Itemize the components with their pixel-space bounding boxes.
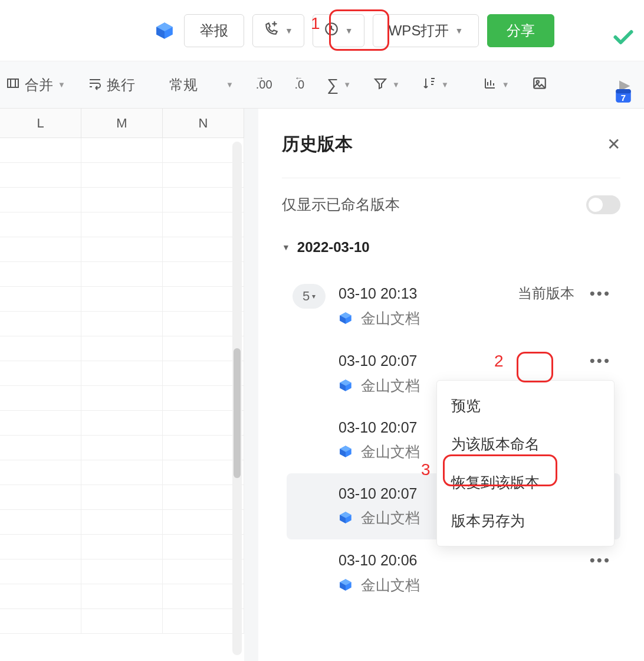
- sheet-cell[interactable]: [81, 386, 163, 410]
- image-button[interactable]: [526, 72, 553, 98]
- sheet-cell[interactable]: [81, 163, 163, 187]
- named-only-toggle[interactable]: [586, 195, 620, 214]
- sheet-cell[interactable]: [0, 584, 81, 608]
- context-menu-item[interactable]: 版本另存为: [437, 502, 614, 540]
- sheet-cell[interactable]: [81, 287, 163, 311]
- filter-icon: [373, 76, 387, 94]
- sheet-row[interactable]: [0, 287, 244, 312]
- rail-check-icon[interactable]: [612, 26, 635, 48]
- report-button[interactable]: 举报: [184, 14, 244, 47]
- merge-cells-button[interactable]: 合并 ▼: [0, 72, 71, 98]
- sheet-cell[interactable]: [0, 312, 81, 336]
- rail-calendar-icon[interactable]: 7: [612, 84, 635, 106]
- wrap-text-button[interactable]: 换行: [82, 72, 141, 98]
- sheet-cell[interactable]: [0, 386, 81, 410]
- sheet-cell[interactable]: [0, 188, 81, 212]
- version-context-menu: 预览为该版本命名恢复到该版本版本另存为: [436, 380, 615, 547]
- sheet-cell[interactable]: [0, 138, 81, 162]
- sheet-row[interactable]: [0, 163, 244, 188]
- sheet-cell[interactable]: [81, 436, 163, 460]
- sheet-row[interactable]: [0, 188, 244, 212]
- sheet-row[interactable]: [0, 262, 244, 287]
- phone-dropdown-button[interactable]: ▼: [252, 14, 304, 47]
- sheet-cell[interactable]: [0, 336, 81, 361]
- version-item[interactable]: 5▾03-10 20:13当前版本•••金山文档: [287, 272, 620, 340]
- increase-decimal-button[interactable]: .0 ←: [289, 74, 311, 95]
- column-header[interactable]: M: [81, 109, 163, 138]
- version-item[interactable]: 03-10 20:06•••金山文档: [287, 539, 620, 607]
- sort-dropdown-button[interactable]: ▼: [416, 73, 455, 97]
- sheet-row[interactable]: [0, 460, 244, 485]
- sheet-row[interactable]: [0, 361, 244, 386]
- version-more-button[interactable]: •••: [586, 284, 615, 303]
- sheet-cell[interactable]: [0, 460, 81, 485]
- version-more-button[interactable]: •••: [586, 352, 615, 370]
- sheet-row[interactable]: [0, 237, 244, 262]
- decrease-decimal-button[interactable]: .00 →: [250, 74, 278, 95]
- sheet-cell[interactable]: [0, 436, 81, 460]
- app-header: 举报 ▼ ▼ WPS打开 ▼ 分享: [0, 0, 644, 61]
- sheet-cell[interactable]: [81, 188, 163, 212]
- sheet-row[interactable]: [0, 436, 244, 460]
- sheet-cell[interactable]: [81, 361, 163, 385]
- scrollbar-track[interactable]: [232, 142, 242, 655]
- sheet-cell[interactable]: [0, 559, 81, 584]
- sheet-cell[interactable]: [81, 460, 163, 485]
- sheet-row[interactable]: [0, 559, 244, 584]
- sheet-row[interactable]: [0, 609, 244, 634]
- sheet-cell[interactable]: [0, 411, 81, 435]
- sheet-cell[interactable]: [81, 510, 163, 534]
- number-format-select[interactable]: 常规 ▼: [152, 72, 239, 98]
- sheet-cell[interactable]: [0, 361, 81, 385]
- sheet-row[interactable]: [0, 312, 244, 336]
- sheet-cell[interactable]: [0, 287, 81, 311]
- version-date-group[interactable]: ▼ 2022-03-10: [282, 239, 620, 256]
- sheet-row[interactable]: [0, 510, 244, 535]
- sheet-cell[interactable]: [81, 212, 163, 237]
- sheet-cell[interactable]: [0, 163, 81, 187]
- sheet-row[interactable]: [0, 584, 244, 609]
- sheet-cell[interactable]: [0, 212, 81, 237]
- sheet-cell[interactable]: [0, 262, 81, 286]
- share-button[interactable]: 分享: [487, 14, 554, 47]
- scrollbar-thumb[interactable]: [234, 348, 241, 478]
- sheet-row[interactable]: [0, 138, 244, 163]
- sheet-cell[interactable]: [81, 535, 163, 559]
- sheet-cell[interactable]: [81, 485, 163, 509]
- sheet-cell[interactable]: [81, 559, 163, 584]
- column-header[interactable]: L: [0, 109, 81, 138]
- sheet-cell[interactable]: [81, 411, 163, 435]
- sheet-row[interactable]: [0, 336, 244, 361]
- sheet-cell[interactable]: [81, 609, 163, 633]
- sheet-cell[interactable]: [81, 138, 163, 162]
- sheet-cell[interactable]: [0, 510, 81, 534]
- sheet-row[interactable]: [0, 535, 244, 559]
- wps-open-button[interactable]: WPS打开 ▼: [373, 14, 479, 47]
- close-button[interactable]: ✕: [607, 135, 620, 154]
- merge-icon: [6, 76, 20, 94]
- column-header[interactable]: N: [163, 109, 244, 138]
- sheet-row[interactable]: [0, 386, 244, 411]
- sheet-cell[interactable]: [81, 237, 163, 261]
- filter-dropdown-button[interactable]: ▼: [367, 73, 406, 97]
- history-dropdown-button[interactable]: ▼: [313, 14, 364, 47]
- sheet-cell[interactable]: [0, 485, 81, 509]
- sheet-cell[interactable]: [81, 262, 163, 286]
- sum-dropdown-button[interactable]: ∑ ▼: [321, 72, 357, 98]
- sheet-cell[interactable]: [0, 535, 81, 559]
- sheet-cell[interactable]: [81, 336, 163, 361]
- sheet-row[interactable]: [0, 212, 244, 237]
- version-more-button[interactable]: •••: [586, 551, 615, 570]
- sheet-cell[interactable]: [0, 609, 81, 633]
- chart-dropdown-button[interactable]: ▼: [477, 73, 515, 97]
- sheet-area: L M N: [0, 109, 244, 661]
- sheet-cell[interactable]: [81, 584, 163, 608]
- sheet-row[interactable]: [0, 485, 244, 510]
- sheet-cell[interactable]: [0, 237, 81, 261]
- version-count-badge[interactable]: 5▾: [293, 284, 326, 309]
- context-menu-item[interactable]: 预览: [437, 387, 614, 425]
- sheet-row[interactable]: [0, 411, 244, 436]
- sheet-cell[interactable]: [81, 312, 163, 336]
- context-menu-item[interactable]: 为该版本命名: [437, 425, 614, 463]
- context-menu-item[interactable]: 恢复到该版本: [437, 463, 614, 502]
